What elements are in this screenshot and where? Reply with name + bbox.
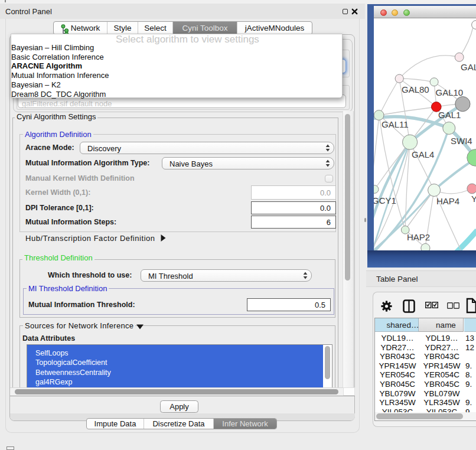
svg-text:GAL10: GAL10 <box>436 87 464 97</box>
svg-text:GAL1: GAL1 <box>438 110 461 120</box>
svg-text:SWI4: SWI4 <box>451 136 472 146</box>
svg-text:GAL4: GAL4 <box>412 149 434 159</box>
svg-text:GAL11: GAL11 <box>382 119 409 129</box>
svg-text:GAL2: GAL2 <box>461 62 476 72</box>
svg-text:GAL80: GAL80 <box>402 84 429 94</box>
svg-text:GCY1: GCY1 <box>374 195 396 206</box>
svg-text:Y: Y <box>471 194 476 204</box>
svg-text:HAP4: HAP4 <box>436 196 459 206</box>
svg-text:HAP2: HAP2 <box>407 232 430 242</box>
